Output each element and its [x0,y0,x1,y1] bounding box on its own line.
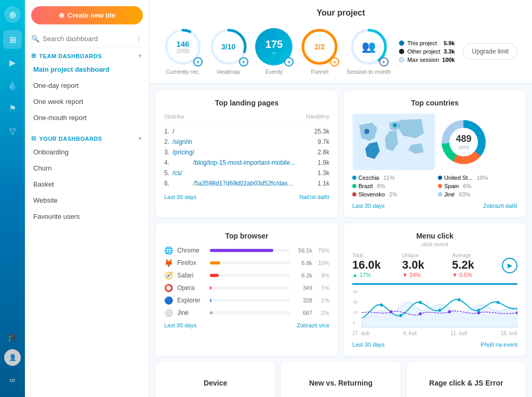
country-united: United St... 10% [438,175,517,181]
nav-graduate[interactable]: 🎓 [3,327,22,346]
countries-footer: Last 30 days Zobrazit další [352,203,517,209]
browser-name: Opera [177,284,206,292]
row-url[interactable]: /cs/ [172,169,317,177]
country-dot [438,192,442,196]
svg-text:20: 20 [353,310,357,315]
sidebar-item-favourite[interactable]: Favourite users [25,208,149,224]
table-row: 1. / 25.3k [164,126,329,137]
footer-event-mc[interactable]: Přejít na event [481,341,517,348]
table-row: 5. /cs/ 1.3k [164,168,329,178]
countries-title: Top countries [352,99,517,107]
browser-row-opera: ⭕ Opera 349 1% [164,284,329,292]
app-logo[interactable]: ◎ [4,6,21,23]
menu-click-footer: Last 30 days Přejít na event [352,341,517,348]
mc-unique: Unique 3.0k ▼ 24% [402,253,444,278]
nav-infinity[interactable]: ∞ [3,371,22,390]
legend-dot-other [399,49,404,54]
browser-count: 687 [294,310,312,316]
svg-text:60: 60 [353,289,357,294]
sidebar-item-main-project[interactable]: Main project dashboard [25,61,149,77]
footer-last30-browser[interactable]: Last 30 days [164,322,196,328]
user-avatar[interactable]: 👤 [4,349,21,366]
mc-total: Total 16.0k ▲ 17% [352,253,394,278]
footer-more-browser[interactable]: Zobrazit více [297,322,329,328]
sidebar-item-website[interactable]: Website [25,192,149,208]
country-name: Jiné [444,191,455,197]
sidebar: ⊕ Create new tile 🔍 ⋮ ⊞ TEAM DASHBOARDS … [25,0,150,397]
row-visits: 25.3k [314,128,329,135]
countries-content: 489 zemí [352,113,517,170]
browser-row-safari: 🧭 Safari 6.2k 9% [164,271,329,280]
footer-load-more[interactable]: Načíst další [300,194,329,200]
row-url[interactable]: /5a3598d17d69d02ab03d52fc/dashboard [193,180,297,187]
nav-filter[interactable]: ▽ [3,122,22,140]
nav-play[interactable]: ▶ [3,53,22,72]
svg-point-23 [419,312,422,315]
sidebar-item-onemouth[interactable]: One-mouth report [25,110,149,126]
menu-click-card: Menu click click event Total 16.0k ▲ 17%… [344,223,526,356]
row-url[interactable]: /pricing/ [172,149,317,156]
browser-bar-container [210,274,290,277]
row-visits: 1.1k [317,180,329,187]
row-rank: 5. [164,169,169,177]
stat-session: 👥 + Session to month [347,28,391,75]
browser-row-explorer: 🔵 Explorer 328 1% [164,296,329,305]
footer-last30-countries[interactable]: Last 30 days [352,203,384,209]
bottom-grid: Device New vs. Returning Rage click & JS… [150,362,532,397]
browser-pct: 1% [316,285,329,291]
row-rank: 6. [164,180,169,187]
sidebar-item-oneweek[interactable]: One week report [25,94,149,110]
browser-pct: 79% [316,247,329,254]
browser-pct: 9% [316,272,329,279]
country-pct: 8% [377,183,385,189]
device-card: Device [156,362,275,397]
country-pct: 63% [459,191,470,197]
currently-rec-plus[interactable]: + [193,57,203,67]
sidebar-item-oneday[interactable]: One-day report [25,77,149,94]
browser-name: Jiné [177,309,206,316]
currently-rec-label: Currently rec. [166,69,200,75]
browser-bar [210,249,273,252]
footer-last30-mc[interactable]: Last 30 days [352,341,384,348]
browser-name: Safari [177,272,206,279]
browser-count: 6.2k [294,272,312,279]
footer-last30[interactable]: Last 30 days [164,194,196,200]
eventy-plus[interactable]: + [284,57,294,67]
create-tile-button[interactable]: ⊕ Create new tile [31,6,143,24]
more-options-icon[interactable]: ⋮ [135,34,143,44]
mc-unique-label: Unique [402,253,444,258]
browser-bar-container [210,311,290,314]
country-brazil: Brazil 8% [352,183,432,189]
heatmap-plus[interactable]: + [239,57,248,67]
sidebar-item-onboarding[interactable]: Onboarding [25,144,149,160]
row-url[interactable]: /sign/in [172,138,317,145]
opera-icon: ⭕ [164,284,173,292]
mc-unique-value: 3.0k [402,258,444,272]
nav-flag[interactable]: ⚑ [3,99,22,117]
team-icon: ⊞ [31,52,36,59]
legend-max-label: Max session [407,57,439,63]
eventy-value: 175 [265,38,283,50]
mc-unique-change: ▼ 24% [402,272,444,278]
country-spain: Spain 6% [438,183,517,189]
sidebar-item-basket[interactable]: Basket [25,176,149,192]
eventy-label: Eventy [265,69,283,75]
play-button[interactable]: ▶ [502,258,517,273]
sidebar-item-churn[interactable]: Churn [25,160,149,176]
nav-grid[interactable]: ⊞ [3,30,22,49]
upgrade-limit-button[interactable]: Upgrade limit [463,43,517,60]
row-rank: 4. [164,159,169,166]
your-icon: ⊟ [31,135,36,142]
search-input[interactable] [43,35,131,43]
browser-name: Explorer [177,297,206,304]
nav-drop[interactable]: 💧 [3,76,22,95]
row-rank: 3. [164,149,169,156]
session-plus[interactable]: + [379,57,389,67]
footer-more-countries[interactable]: Zobrazit další [483,203,517,209]
safari-icon: 🧭 [164,271,173,280]
table-row: 3. /pricing/ 2.8k [164,147,329,157]
your-dashboards-header: ⊟ YOUR DASHBOARDS ▼ [25,130,149,144]
browser-pct: 2% [316,310,329,316]
row-url[interactable]: /blog/top-15-most-important-mobile... [193,159,297,166]
row-url[interactable]: / [172,128,314,135]
